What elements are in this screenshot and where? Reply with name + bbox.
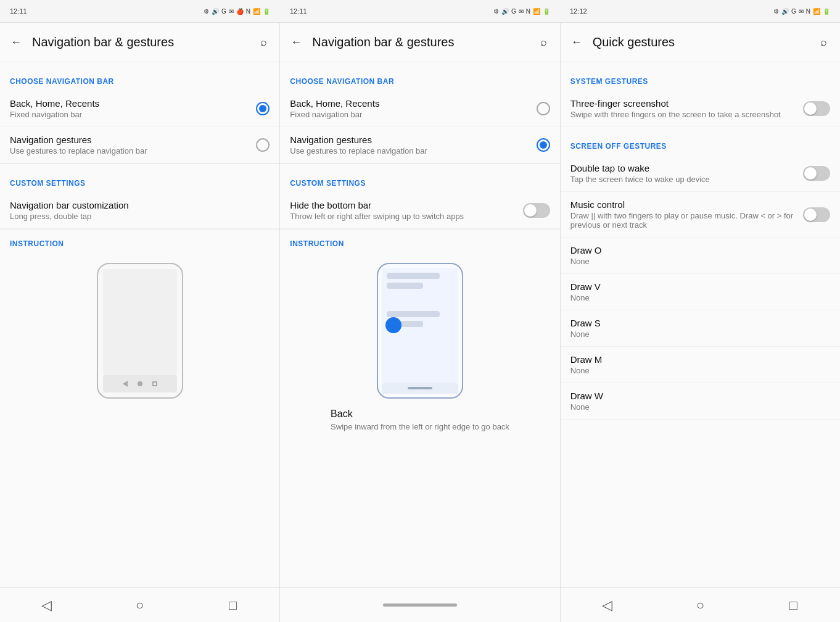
item-text-draw-o: Draw O None [570,245,830,266]
gesture-dot [385,317,401,333]
main-content: ← Navigation bar & gestures ⌕ CHOOSE NAV… [0,22,840,622]
item-subtitle-hide-bottom: Throw left or right after swiping up to … [290,212,522,221]
item-title-nav-gestures-2: Navigation gestures [290,135,536,145]
gesture-name-container: Back Swipe inward from the left or right… [331,408,509,431]
list-item-nav-gestures-2[interactable]: Navigation gestures Use gestures to repl… [280,127,559,164]
back-button-1[interactable]: ← [5,31,27,54]
screen-bar-3 [387,311,440,317]
bottom-pill [408,387,432,389]
list-item-navbar-custom-1[interactable]: Navigation bar customization Long press,… [0,193,279,229]
nav-back-1[interactable]: ◁ [32,591,62,620]
nav-home-3[interactable]: ○ [685,591,715,620]
panel3-status: 12:12 ⚙🔊G✉ N📶🔋 [560,7,840,15]
section-header-custom-1: CUSTOM SETTINGS [0,164,279,193]
toggle-double-tap[interactable] [803,166,830,181]
item-title-draw-m: Draw M [570,354,830,365]
item-subtitle-nav-gestures-2: Use gestures to replace navigation bar [290,146,536,156]
item-text-1: Back, Home, Recents Fixed navigation bar [10,98,256,119]
list-item-draw-m[interactable]: Draw M None [561,347,840,383]
back-button-2[interactable]: ← [285,31,307,54]
search-button-2[interactable]: ⌕ [533,31,555,54]
panel2-status: 12:11 ⚙🔊G✉ N📶🔋 [280,7,560,15]
item-text-draw-s: Draw S None [570,318,830,339]
nav-recents-1[interactable]: □ [218,591,248,620]
item-subtitle-draw-o: None [570,257,830,266]
title-2: Navigation bar & gestures [312,35,532,49]
item-text-music-control: Music control Draw || with two fingers t… [570,199,803,230]
item-subtitle-draw-s: None [570,330,830,339]
title-3: Quick gestures [593,35,813,49]
list-item-hide-bottom-bar[interactable]: Hide the bottom bar Throw left or right … [280,193,559,229]
item-text-draw-v: Draw V None [570,281,830,302]
item-title-nav-gestures-1: Navigation gestures [10,135,256,145]
nav-recents-3[interactable]: □ [778,591,808,620]
list-item-draw-w[interactable]: Draw W None [561,383,840,420]
section-header-custom-2: CUSTOM SETTINGS [280,164,559,193]
item-subtitle-draw-w: None [570,402,830,412]
search-button-1[interactable]: ⌕ [252,31,274,54]
bottom-nav-3: ◁ ○ □ [561,587,840,622]
list-item-draw-s[interactable]: Draw S None [561,310,840,347]
screen-bar-1 [387,273,440,279]
item-text-navbar-custom-1: Navigation bar customization Long press,… [10,200,270,221]
status-bar: 12:11 ⚙🔊G✉🍎 N📶🔋 12:11 ⚙🔊G✉ N📶🔋 12:12 ⚙🔊G… [0,0,840,22]
bottom-nav-2 [280,587,559,622]
list-item-three-finger[interactable]: Three-finger screenshot Swipe with three… [561,91,840,127]
section-header-choose-nav-1: CHOOSE NAVIGATION BAR [0,62,279,91]
nav-back-3[interactable]: ◁ [592,591,622,620]
toolbar-2: ← Navigation bar & gestures ⌕ [280,23,559,62]
item-title-back-home-1: Back, Home, Recents [10,98,256,109]
list-item-back-home-recents-2[interactable]: Back, Home, Recents Fixed navigation bar [280,91,559,127]
section-header-screen-off: SCREEN OFF GESTURES [561,127,840,156]
phone-bottom-bar-2 [382,383,458,394]
toggle-music-control[interactable] [803,207,830,222]
panel-3-scroll: SYSTEM GESTURES Three-finger screenshot … [561,62,840,587]
time-2: 12:11 [290,7,307,15]
toggle-three-finger[interactable] [803,101,830,116]
list-item-draw-v[interactable]: Draw V None [561,274,840,310]
list-item-double-tap[interactable]: Double tap to wake Tap the screen twice … [561,156,840,192]
list-item-back-home-recents-1[interactable]: Back, Home, Recents Fixed navigation bar [0,91,279,127]
panel-1: ← Navigation bar & gestures ⌕ CHOOSE NAV… [0,23,280,622]
back-button-3[interactable]: ← [566,31,588,54]
nav-home-1[interactable]: ○ [125,591,155,620]
toggle-hide-bottom[interactable] [523,203,550,218]
item-subtitle-navbar-custom-1: Long press, double tap [10,212,270,221]
gesture-name: Back [331,408,509,420]
item-text-nav-gestures-1: Navigation gestures Use gestures to repl… [10,135,256,156]
item-subtitle-nav-gestures-1: Use gestures to replace navigation bar [10,146,256,156]
phone-screen-2 [382,268,458,383]
radio-back-home-1[interactable] [256,102,270,115]
radio-nav-gestures-2[interactable] [537,138,550,152]
nav-back-icon [123,381,128,387]
search-button-3[interactable]: ⌕ [813,31,835,54]
item-title-navbar-custom-1: Navigation bar customization [10,200,270,210]
phone-frame-2 [377,263,463,399]
item-title-hide-bottom: Hide the bottom bar [290,200,522,210]
item-title-draw-s: Draw S [570,318,830,328]
list-item-music-control[interactable]: Music control Draw || with two fingers t… [561,192,840,238]
instruction-section-2: INSTRUCTION [280,230,559,446]
instruction-label-1: INSTRUCTION [10,239,270,248]
item-text-draw-m: Draw M None [570,354,830,375]
item-text-hide-bottom: Hide the bottom bar Throw left or right … [290,200,522,221]
instruction-label-2: INSTRUCTION [290,239,550,248]
status-icons-3: ⚙🔊G✉ N📶🔋 [773,8,830,15]
item-text-draw-w: Draw W None [570,391,830,412]
item-subtitle-three-finger: Swipe with three fingers on the screen t… [570,110,803,119]
item-subtitle-back-home-1: Fixed navigation bar [10,110,256,119]
item-text-nav-gestures-2: Navigation gestures Use gestures to repl… [290,135,536,156]
item-subtitle-double-tap: Tap the screen twice to wake up device [570,175,803,184]
panel-3: ← Quick gestures ⌕ SYSTEM GESTURES Three… [561,23,840,622]
phone-illustration-2: Back Swipe inward from the left or right… [290,258,550,436]
list-item-nav-gestures-1[interactable]: Navigation gestures Use gestures to repl… [0,127,279,164]
phone-screen-1 [103,269,177,375]
phone-frame-1 [97,263,183,399]
item-subtitle-back-home-2: Fixed navigation bar [290,110,536,119]
item-title-back-home-2: Back, Home, Recents [290,98,536,109]
item-title-music-control: Music control [570,199,803,210]
radio-back-home-2[interactable] [537,102,550,115]
list-item-draw-o[interactable]: Draw O None [561,238,840,274]
radio-nav-gestures-1[interactable] [256,138,270,152]
nav-recents-icon [152,381,157,386]
